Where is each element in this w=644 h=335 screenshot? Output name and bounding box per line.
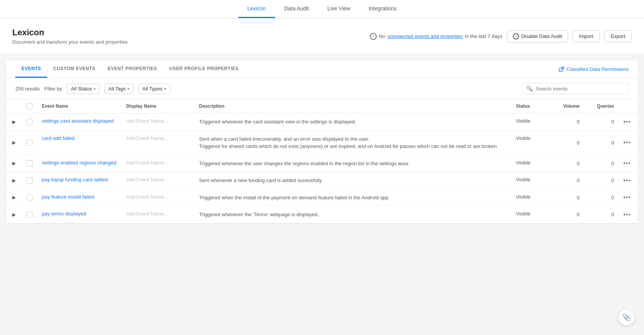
chevron-down-icon: ▾: [94, 87, 96, 91]
queries-value: 0: [611, 177, 614, 183]
queries-value: 0: [611, 195, 614, 200]
nav-tab-lexicon[interactable]: Lexicon: [238, 0, 275, 18]
search-input[interactable]: [536, 86, 624, 92]
queries-value: 0: [611, 161, 614, 166]
volume-value: 0: [577, 195, 580, 200]
nav-tab-live-view[interactable]: Live View: [318, 0, 360, 18]
search-icon: 🔍: [526, 85, 533, 92]
volume-value: 0: [577, 140, 580, 146]
description-text: Triggered when the install of the paymen…: [199, 195, 389, 200]
table-row: ▶ pay topup funding card added Add Event…: [6, 172, 638, 189]
subtab-user-profile-properties[interactable]: User Profile Properties: [163, 61, 245, 78]
row-actions-menu[interactable]: •••: [623, 211, 631, 218]
subtab-event-properties[interactable]: Event Properties: [102, 61, 163, 78]
no-unexpected-notice: ✓ No unexpected events and properties in…: [370, 33, 502, 40]
status-badge: Visible: [516, 135, 530, 141]
expand-row-button[interactable]: ▶: [11, 139, 17, 146]
chevron-down-icon: ▾: [164, 87, 166, 91]
select-all-checkbox[interactable]: [26, 103, 33, 109]
display-name-placeholder[interactable]: Add Event Name...: [126, 118, 168, 124]
export-button[interactable]: Export: [604, 30, 632, 42]
expand-row-button[interactable]: ▶: [11, 177, 17, 184]
results-count: 255 results: [15, 86, 40, 92]
external-link-icon: [559, 67, 564, 72]
event-name-link[interactable]: pay feature install failed: [42, 194, 94, 200]
row-actions-menu[interactable]: •••: [623, 160, 631, 166]
col-event-name-header: Event Name: [37, 99, 122, 113]
col-display-name-header: Display Name: [122, 99, 194, 113]
col-status-header: Status: [511, 99, 550, 113]
minus-circle-icon: −: [513, 33, 519, 39]
unexpected-events-link[interactable]: unexpected events and properties: [387, 33, 463, 39]
status-badge: Visible: [516, 194, 530, 200]
description-text: Triggered whenever the card assistant vi…: [199, 119, 356, 125]
row-checkbox[interactable]: [26, 177, 33, 184]
description-text: Triggered whenever the user changes the …: [199, 161, 409, 166]
table-row: ▶ pay feature install failed Add Event N…: [6, 189, 638, 206]
event-name-link[interactable]: card add failed: [42, 135, 74, 141]
all-types-dropdown[interactable]: All Types ▾: [138, 84, 170, 94]
event-name-link[interactable]: pay topup funding card added: [42, 177, 108, 182]
queries-value: 0: [611, 140, 614, 146]
expand-row-button[interactable]: ▶: [11, 211, 17, 218]
description-text: Triggered whenever the 'Terms' webpage i…: [199, 212, 319, 217]
nav-tab-data-audit[interactable]: Data Audit: [275, 0, 318, 18]
row-actions-menu[interactable]: •••: [623, 194, 631, 200]
header-right: ✓ No unexpected events and properties in…: [370, 30, 632, 43]
events-table: Event Name Display Name Description Stat…: [6, 99, 638, 223]
expand-row-button[interactable]: ▶: [11, 118, 17, 125]
event-name-link[interactable]: settings card assistant displayed: [42, 118, 114, 124]
display-name-placeholder[interactable]: Add Event Name...: [126, 160, 168, 166]
row-checkbox[interactable]: [26, 212, 33, 218]
no-unexpected-prefix: No: [379, 33, 385, 39]
filter-by-label: Filter by: [44, 86, 62, 92]
import-button[interactable]: Import: [573, 30, 600, 42]
all-tags-dropdown[interactable]: All Tags ▾: [104, 84, 133, 94]
nav-tab-integrations[interactable]: Integrations: [359, 0, 406, 18]
page-header: Lexicon Document and transform your even…: [0, 18, 644, 54]
row-checkbox[interactable]: [26, 119, 33, 125]
table-row: ▶ settings enabled regions changed Add E…: [6, 155, 638, 172]
volume-value: 0: [577, 119, 580, 125]
description-text: Sent whenever a new funding card is adde…: [199, 177, 322, 183]
event-name-link[interactable]: pay terms displayed: [42, 211, 86, 217]
display-name-placeholder[interactable]: Add Event Name...: [126, 177, 168, 182]
subtab-events[interactable]: Events: [15, 61, 47, 78]
row-checkbox[interactable]: [26, 160, 33, 166]
table-body: ▶ settings card assistant displayed Add …: [6, 113, 638, 223]
col-description-header: Description: [194, 99, 511, 113]
volume-value: 0: [577, 177, 580, 183]
display-name-placeholder[interactable]: Add Event Name...: [126, 194, 168, 200]
row-actions-menu[interactable]: •••: [623, 139, 631, 146]
events-table-wrap: Event Name Display Name Description Stat…: [6, 99, 638, 223]
classified-data-permissions-button[interactable]: Classified Data Permissions: [559, 66, 629, 72]
no-unexpected-suffix: in the last 7 days: [465, 33, 502, 39]
check-circle-icon: ✓: [370, 33, 377, 40]
header-left: Lexicon Document and transform your even…: [12, 28, 128, 45]
top-navigation: Lexicon Data Audit Live View Integration…: [0, 0, 644, 18]
display-name-placeholder[interactable]: Add Event Name...: [126, 135, 168, 141]
volume-value: 0: [577, 212, 580, 217]
expand-row-button[interactable]: ▶: [11, 160, 17, 167]
table-row: ▶ pay terms displayed Add Event Name... …: [6, 206, 638, 223]
status-badge: Visible: [516, 118, 530, 124]
chevron-down-icon: ▾: [127, 87, 129, 91]
row-checkbox[interactable]: [26, 140, 33, 146]
row-actions-menu[interactable]: •••: [623, 118, 631, 125]
subtab-custom-events[interactable]: Custom Events: [47, 61, 102, 78]
table-row: ▶ settings card assistant displayed Add …: [6, 113, 638, 131]
row-actions-menu[interactable]: •••: [623, 177, 631, 184]
search-box: 🔍: [521, 83, 629, 94]
row-checkbox[interactable]: [26, 194, 33, 200]
event-name-link[interactable]: settings enabled regions changed: [42, 160, 116, 166]
expand-row-button[interactable]: ▶: [11, 194, 17, 201]
all-status-dropdown[interactable]: All Status ▾: [67, 84, 100, 94]
queries-value: 0: [611, 212, 614, 217]
display-name-placeholder[interactable]: Add Event Name...: [126, 211, 168, 217]
table-row: ▶ card add failed Add Event Name... Sent…: [6, 130, 638, 155]
disable-data-audit-button[interactable]: − Disable Data Audit: [507, 30, 568, 43]
description-text: Sent when a card failed irrecoverably, a…: [199, 136, 497, 149]
col-queries-header: Queries: [584, 99, 619, 113]
page-subtitle: Document and transform your events and p…: [12, 39, 128, 45]
volume-value: 0: [577, 161, 580, 166]
